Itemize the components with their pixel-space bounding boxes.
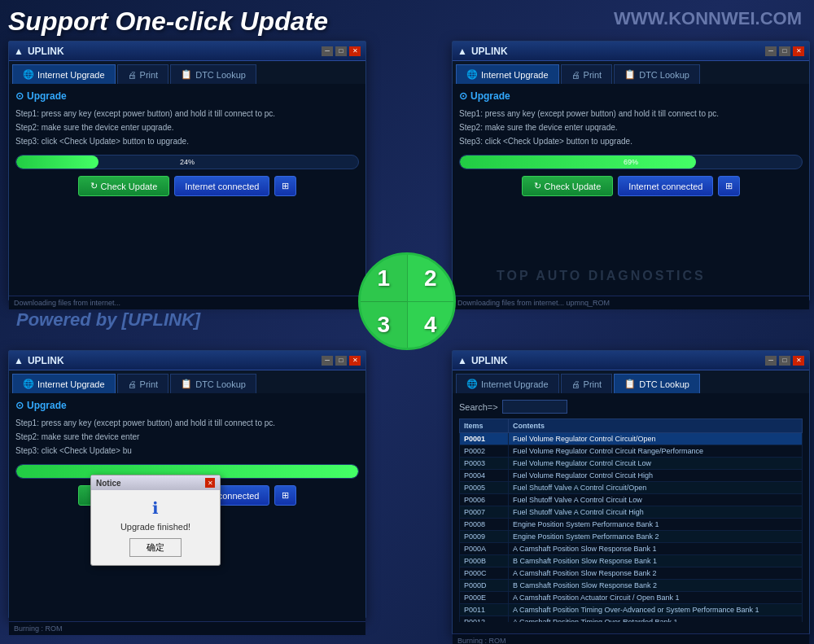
page-title: Support One-click Update — [8, 7, 328, 37]
tab-dtc-1[interactable]: 📋 DTC Lookup — [170, 64, 256, 84]
radio-icon-1: ⊙ — [15, 90, 24, 102]
content-2: ⊙ Upgrade Step1: press any key (except p… — [453, 84, 809, 296]
check-update-btn-2[interactable]: ↻ Check Update — [522, 176, 614, 196]
dtc-icon-2: 📋 — [624, 69, 636, 80]
window-1: ▲ UPLINK ─ □ ✕ 🌐 Internet Upgrade 🖨 Prin… — [8, 41, 366, 301]
status-bar-3: Burning : ROM — [9, 621, 365, 635]
progress-text-1: 24% — [180, 158, 195, 166]
minimize-btn-2[interactable]: ─ — [765, 46, 777, 56]
screen-btn-3[interactable]: ⊞ — [274, 485, 296, 506]
info-icon: ℹ — [99, 498, 212, 518]
uplink-icon-3: ▲ — [14, 355, 24, 366]
maximize-btn-1[interactable]: □ — [335, 46, 347, 56]
step-circle: 1 2 3 4 — [358, 252, 456, 350]
minimize-btn-3[interactable]: ─ — [322, 356, 333, 366]
brand-text: WWW.KONNWEI.COM — [614, 8, 802, 29]
radio-icon-2: ⊙ — [459, 90, 467, 102]
tabs-1: 🌐 Internet Upgrade 🖨 Print 📋 DTC Lookup — [9, 61, 365, 84]
print-icon-2: 🖨 — [571, 70, 580, 80]
window-controls-1: ─ □ ✕ — [322, 46, 361, 56]
print-icon-1: 🖨 — [128, 70, 137, 80]
radio-icon-3: ⊙ — [15, 400, 24, 411]
internet-icon-3: 🌐 — [23, 379, 34, 389]
refresh-icon-2: ↻ — [534, 181, 541, 191]
tab-print-2[interactable]: 🖨 Print — [561, 64, 613, 84]
tab-internet-upgrade-3[interactable]: 🌐 Internet Upgrade — [12, 374, 116, 393]
status-bar-4: Burning : ROM — [453, 633, 809, 644]
upgrade-steps-1: Step1: press any key (except power butto… — [15, 107, 359, 148]
window-controls-3: ─ □ ✕ — [322, 356, 361, 366]
powered-by-text: Powered by [UPLINK] — [16, 309, 200, 331]
upgrade-steps-3: Step1: press any key (except power butto… — [15, 416, 359, 458]
status-bar-1: Downloading files from internet... — [9, 296, 365, 309]
screen-btn-1[interactable]: ⊞ — [274, 176, 296, 196]
maximize-btn-2[interactable]: □ — [779, 46, 790, 56]
button-row-1: ↻ Check Update Internet connected ⊞ — [15, 176, 359, 196]
dtc-icon-3: 📋 — [181, 379, 192, 389]
notice-titlebar: Notice ✕ — [91, 475, 220, 490]
check-update-btn-1[interactable]: ↻ Check Update — [78, 176, 170, 196]
notice-body: ℹ Upgrade finished! 确定 — [91, 490, 220, 565]
button-row-2: ↻ Check Update Internet connected ⊞ — [459, 176, 803, 196]
progress-bar-1: 24% — [15, 155, 359, 169]
minimize-btn-1[interactable]: ─ — [322, 46, 333, 56]
tab-dtc-3[interactable]: 📋 DTC Lookup — [170, 374, 256, 393]
window-title-3: ▲ UPLINK — [14, 355, 322, 366]
notice-message: Upgrade finished! — [99, 522, 212, 532]
internet-icon-4: 🌐 — [466, 379, 478, 389]
refresh-icon-1: ↻ — [90, 181, 98, 191]
tab-internet-upgrade-2[interactable]: 🌐 Internet Upgrade — [456, 64, 559, 84]
titlebar-3: ▲ UPLINK ─ □ ✕ — [9, 351, 365, 370]
progress-fill-2 — [460, 156, 696, 169]
uplink-icon-1: ▲ — [14, 46, 24, 57]
close-btn-1[interactable]: ✕ — [349, 46, 361, 56]
content-3: ⊙ Upgrade Step1: press any key (except p… — [9, 393, 365, 621]
notice-dialog: Notice ✕ ℹ Upgrade finished! 确定 — [90, 475, 221, 566]
tabs-3: 🌐 Internet Upgrade 🖨 Print 📋 DTC Lookup — [9, 370, 365, 393]
maximize-btn-3[interactable]: □ — [335, 356, 347, 366]
print-icon-3: 🖨 — [128, 379, 137, 389]
window-title-1: ▲ UPLINK — [14, 46, 322, 57]
dtc-icon-1: 📋 — [181, 69, 192, 80]
tab-print-3[interactable]: 🖨 Print — [117, 374, 169, 393]
screen-btn-2[interactable]: ⊞ — [718, 176, 740, 196]
progress-fill-1 — [16, 156, 98, 169]
close-btn-3[interactable]: ✕ — [349, 356, 361, 366]
upgrade-header-3: ⊙ Upgrade — [15, 400, 359, 411]
internet-connected-btn-1[interactable]: Internet connected — [174, 176, 269, 196]
internet-icon-1: 🌐 — [23, 69, 34, 80]
watermark-text: TOP AUTO DIAGNOSTICS — [497, 269, 806, 620]
titlebar-1: ▲ UPLINK ─ □ ✕ — [9, 42, 365, 61]
notice-close-btn[interactable]: ✕ — [205, 478, 215, 488]
internet-icon-2: 🌐 — [466, 69, 478, 80]
content-1: ⊙ Upgrade Step1: press any key (except p… — [9, 84, 365, 296]
window-title-2: ▲ UPLINK — [457, 46, 765, 57]
tab-internet-upgrade-1[interactable]: 🌐 Internet Upgrade — [12, 64, 116, 84]
internet-connected-btn-2[interactable]: Internet connected — [618, 176, 713, 196]
upgrade-header-2: ⊙ Upgrade — [459, 90, 803, 102]
tab-dtc-2[interactable]: 📋 DTC Lookup — [614, 64, 700, 84]
upgrade-steps-2: Step1: press any key (except power butto… — [459, 107, 803, 148]
window-controls-2: ─ □ ✕ — [765, 46, 804, 56]
upgrade-header-1: ⊙ Upgrade — [15, 90, 359, 102]
window-2: ▲ UPLINK ─ □ ✕ 🌐 Internet Upgrade 🖨 Prin… — [452, 41, 810, 301]
tabs-2: 🌐 Internet Upgrade 🖨 Print 📋 DTC Lookup — [453, 61, 809, 84]
notice-ok-btn[interactable]: 确定 — [129, 538, 182, 557]
uplink-icon-4: ▲ — [457, 355, 467, 366]
progress-text-2: 69% — [624, 158, 638, 166]
close-btn-2[interactable]: ✕ — [793, 46, 804, 56]
titlebar-2: ▲ UPLINK ─ □ ✕ — [453, 42, 809, 61]
progress-bar-2: 69% — [459, 155, 803, 169]
uplink-icon-2: ▲ — [457, 46, 467, 57]
window-3: ▲ UPLINK ─ □ ✕ 🌐 Internet Upgrade 🖨 Prin… — [8, 350, 366, 619]
tab-print-1[interactable]: 🖨 Print — [117, 64, 169, 84]
